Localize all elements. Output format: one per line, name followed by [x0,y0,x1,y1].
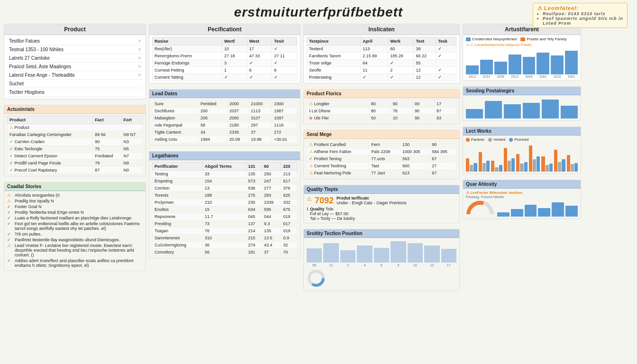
legend-item: Parlerer [466,137,484,142]
table-row: ⚠ Product [8,124,143,131]
table-cell: 15 [202,206,246,213]
quality-info-row: ℹ Quality Tole Fof el Ley — $57.00 Tat =… [307,207,456,221]
table-cell: 87 [93,167,121,174]
bar [494,62,507,74]
product-nav-item[interactable]: Latrels 27 Camloke> [7,54,143,63]
table-header: Tesit [272,37,297,46]
lect-works-content: ParlererVorlertlProched [463,136,581,173]
product-nav-item[interactable]: Laterol Fese Ange - Theleadlite> [7,71,143,80]
table-row: Testing33135250213 [153,171,297,178]
bar [509,55,521,74]
table-cell: 3107 [249,115,272,122]
legend-color [509,138,513,142]
table-cell: 3 [222,60,247,67]
table-cell: 617 [281,178,297,185]
table-cell: Res(rller) [153,46,222,53]
table-cell: N9 [121,160,142,167]
table-cell: Samnterenes [153,235,203,242]
table-cell: Comoltory [153,249,203,256]
table-cell: 584 395 [430,148,456,155]
table-cell: 2065 [228,115,249,122]
table-cell: ⚠ Feat Nertoring Pole [307,170,369,177]
table-cell: ⚠ Cornent Testhing [307,163,369,170]
table-cell: 60 [388,46,414,53]
actusinriats-panel: Actusinriats ProductFactFort⚠ Product Fa… [4,105,146,176]
art-warn: ⚠ ⚠ Lecartbedsernred Netyvort Frade) [466,43,578,47]
bar-group [479,152,490,172]
table-row: Ade Fegumpal5821802971116 [153,122,297,129]
table-row: Malsegtion200206531071097 [153,115,297,122]
list-text: Paollntst Itestentle tlay easginobleits … [15,237,120,242]
list-text: Trlt om pultes. [15,232,42,237]
quar-header: Quar Ahlosity [463,180,581,189]
table-cell: Proterswing [307,74,361,81]
table-cell: Peritded [198,100,227,108]
bar [466,158,469,172]
quar-sub-label: Feotarg, Freerd Nlsnte [466,195,504,199]
table-cell: 90 [412,108,434,115]
table-header: 131 [246,163,262,171]
table-cell: Rererrgitoms Prerm [153,53,222,60]
table-cell: 27 [430,163,456,170]
table-cell: 2000 [228,100,249,108]
bar [523,103,540,118]
nav-arrow: > [138,47,141,52]
nav-arrow: > [138,55,141,61]
chart-label: 10 [408,264,423,267]
list-icon: ✓ [7,216,13,220]
table-cell: 39 [414,46,436,53]
table-cell: Prestling [153,220,203,228]
quar-charts-row [466,200,578,217]
chart-label: 2010 [551,75,564,78]
list-icon: ✓ [7,258,13,263]
bar-group [516,154,528,172]
table-row: Enoltes15634595675 [153,206,297,213]
list-item: ✓Luats a Rolly factioned maillant an pla… [7,216,143,220]
seral-mege-panel: Seral Mege ⚠ Protlent CarolledFern13090⚠… [303,130,460,179]
alert-list: Reullpoe: 0143 5310 tarlsPeof tpuomrtc a… [543,11,623,26]
table-header: Rasise [153,37,222,46]
table-row: ⚠ Atlhene Fern FatlonPals 22081000 30558… [307,148,456,155]
table-header: Werk [388,37,414,46]
product-nav-item[interactable]: Toctter Htogtions [7,88,143,97]
list-icon: ⚠ [7,243,13,248]
chart-label: 2001 [537,75,549,78]
table-row: Prestling731379.3017 [153,220,297,228]
legend-label: Credternted Netyvprlferted [472,37,517,41]
product-nav-item[interactable]: Suchet [7,80,143,88]
bar [357,246,372,263]
bar [511,209,523,217]
cert-lines: Under - Emgli Catz - Oager Prertions [337,200,407,205]
table-cell: 80 [369,108,391,115]
table-cell: Sure [153,100,199,108]
table-cell: ✓ [272,74,297,81]
seral-mege-content: ⚠ Protlent CarolledFern13090⚠ Atlhene Fe… [304,139,459,179]
list-icon: ✓ [7,221,13,226]
table-header: 220 [281,163,297,171]
table-cell: Corriion [153,185,203,192]
table-cell: ℹ Lst Dlisne [307,108,369,115]
table-cell: 1 [222,67,247,74]
list-text: Lead Vnetse F- Leclatne bor registered m… [15,243,143,257]
table-cell: ✓ Eatu Tecloogle [8,146,93,153]
product-nav-item[interactable]: Praöod Setol, Aste Maalinges> [7,63,143,71]
table-cell: 235 [246,199,262,206]
list-text: Prodity Teoltertia treal Ertge omtre N [15,210,83,215]
table-cell: Seofle [307,67,361,74]
table-cell: ✓ [436,53,456,60]
product-nav-item[interactable]: Testllor Fatues> [7,37,143,46]
bar [552,202,564,217]
table-cell: Erspoting [153,178,203,185]
quality-warn: ⚠ [307,196,312,202]
alert-title: ⚠ Leomfateel: [537,5,623,11]
bar [565,206,578,217]
table-cell: 277 [262,185,281,192]
actusinriats-header: Actusinriats [4,105,146,114]
bar [408,243,423,263]
pecificationt-header: Pecificationt [149,24,300,35]
product-nav-item[interactable]: Testnal 1353 - 100 Nihiles> [7,46,143,54]
pecificationt-column: Pecificationt RasiseWertlWestTesitRes(rl… [149,24,300,355]
table-header: Pertlficatier [153,163,203,171]
table-cell: 79 [93,160,121,167]
table-row: Res(rller)1017✓ [153,46,297,53]
